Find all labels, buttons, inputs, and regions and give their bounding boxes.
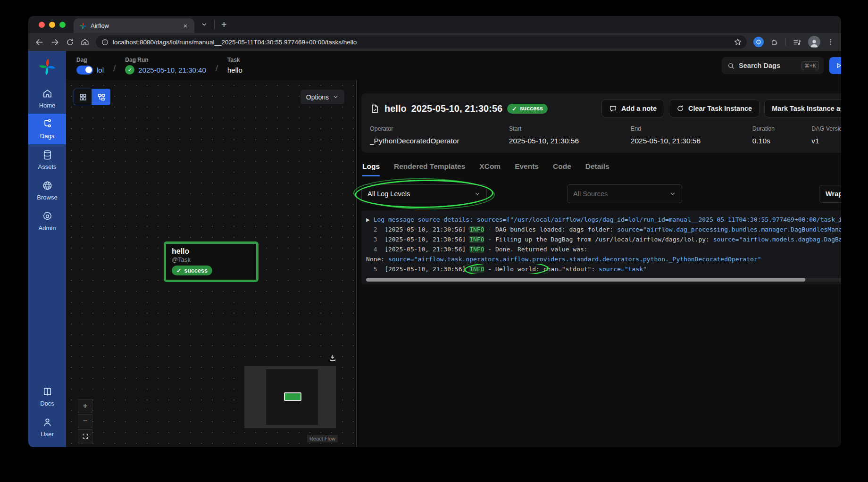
search-dags-input[interactable]: Search Dags ⌘+K — [722, 57, 824, 74]
scrollbar-thumb[interactable] — [366, 278, 805, 282]
tab-list-chevron-icon[interactable] — [201, 21, 208, 28]
add-note-button[interactable]: Add a note — [601, 100, 664, 117]
sidebar-item-user[interactable]: User — [28, 412, 66, 442]
log-segment: source="airflow.task.operators.airflow.p… — [388, 256, 761, 263]
url-text: localhost:8080/dags/lol/runs/manual__202… — [113, 39, 729, 46]
extension-badge-icon[interactable] — [753, 37, 764, 47]
sidebar-item-home[interactable]: Home — [28, 83, 66, 114]
task-node-hello[interactable]: hello @Task ✓success — [164, 241, 259, 282]
tab-rendered-templates[interactable]: Rendered Templates — [394, 162, 465, 176]
meta-operator: Operator_PythonDecoratedOperator — [370, 125, 509, 145]
log-segment: [2025-05-10, 21:30:56] — [384, 246, 469, 253]
browser-tabstrip: Airflow × + — [28, 16, 841, 33]
home-icon[interactable] — [81, 38, 89, 46]
minimap-node — [284, 392, 301, 401]
breadcrumb-bar: Dag lol / Dag Run ✓2025-05-10, 21:30:40 … — [66, 51, 841, 80]
wrap-button[interactable]: Wrap — [819, 185, 841, 203]
close-window-button[interactable] — [39, 22, 45, 28]
breadcrumb-dag-run: Dag Run ✓2025-05-10, 21:30:40 — [125, 57, 206, 75]
extensions-puzzle-icon[interactable] — [770, 38, 779, 46]
log-segment: [2025-05-10, 21:30:56] — [384, 266, 469, 273]
options-label: Options — [306, 93, 329, 101]
dag-link[interactable]: lol — [97, 66, 104, 74]
log-line: 3 [2025-05-10, 21:30:56] INFO - Filling … — [366, 234, 841, 244]
search-icon — [727, 62, 734, 69]
new-tab-button[interactable]: + — [221, 20, 227, 29]
tab-details[interactable]: Details — [585, 162, 609, 176]
dag-run-link[interactable]: 2025-05-10, 21:30:40 — [138, 66, 206, 74]
graph-view-button[interactable] — [92, 89, 110, 105]
url-bar[interactable]: localhost:8080/dags/lol/runs/manual__202… — [96, 35, 747, 49]
graph-options-button[interactable]: Options — [300, 90, 344, 104]
airflow-logo[interactable] — [38, 58, 57, 76]
mark-task-instance-as-button[interactable]: Mark Task Instance as... — [764, 100, 841, 117]
log-source-select[interactable]: All Sources — [567, 184, 682, 203]
window-controls — [39, 22, 66, 28]
log-segment: Log message source details: sources=["/u… — [374, 216, 841, 223]
task-instance-title: hello — [384, 103, 407, 114]
back-icon[interactable] — [35, 38, 44, 47]
task-tabs: LogsRendered TemplatesXComEventsCodeDeta… — [361, 162, 841, 176]
node-status-badge: ✓success — [172, 266, 212, 275]
user-icon — [42, 417, 53, 428]
dag-pause-toggle[interactable] — [76, 66, 93, 75]
clear-task-instance-button[interactable]: Clear Task Instance — [669, 100, 760, 117]
grid-view-button[interactable] — [74, 89, 92, 105]
tab-close-icon[interactable]: × — [181, 22, 190, 30]
graph-minimap[interactable] — [244, 366, 336, 428]
browser-menu-kebab-icon[interactable] — [827, 38, 835, 46]
log-output[interactable]: ▶ Log message source details: sources=["… — [361, 210, 841, 284]
minimize-window-button[interactable] — [49, 22, 55, 28]
task-detail-panel: hello 2025-05-10, 21:30:56 ✓success Add … — [359, 80, 841, 447]
breadcrumb-task: Task hello — [227, 57, 242, 75]
panel-resizer[interactable] — [355, 80, 359, 447]
sidebar-item-admin[interactable]: Admin — [28, 206, 66, 236]
sidebar-item-assets[interactable]: Assets — [28, 144, 66, 175]
sidebar-item-browse[interactable]: Browse — [28, 175, 66, 206]
reload-icon[interactable] — [66, 38, 74, 46]
fit-view-button[interactable] — [78, 429, 92, 443]
toolbar-separator — [785, 38, 786, 46]
meta-start: Start2025-05-10, 21:30:56 — [509, 125, 631, 145]
log-line: 4 [2025-05-10, 21:30:56] INFO - Done. Re… — [366, 244, 841, 254]
tab-title: Airflow — [91, 22, 177, 29]
button-label: Mark Task Instance as... — [772, 105, 841, 112]
log-segment: INFO — [469, 236, 484, 243]
trigger-button[interactable]: Trigger — [829, 57, 841, 74]
sidebar-item-docs[interactable]: Docs — [28, 381, 66, 412]
sidebar-item-label: Home — [39, 102, 56, 109]
dag-run-label: Dag Run — [125, 57, 206, 63]
log-segment: [2025-05-10, 21:30:56] — [384, 226, 469, 233]
log-level-select[interactable]: All Log Levels — [361, 184, 487, 203]
forward-icon[interactable] — [50, 38, 59, 47]
reading-list-icon[interactable] — [793, 38, 801, 47]
tab-events[interactable]: Events — [515, 162, 539, 176]
download-graph-icon[interactable] — [328, 354, 337, 362]
button-label: Add a note — [621, 105, 657, 112]
tab-xcom[interactable]: XCom — [479, 162, 501, 176]
site-info-icon[interactable] — [101, 39, 108, 46]
tab-code[interactable]: Code — [553, 162, 571, 176]
breadcrumb-separator: / — [216, 63, 218, 74]
home-icon — [42, 88, 53, 99]
meta-end: End2025-05-10, 21:30:56 — [631, 125, 752, 145]
profile-avatar[interactable] — [808, 36, 820, 48]
browser-toolbar: localhost:8080/dags/lol/runs/manual__202… — [28, 33, 841, 51]
graph-zoom-controls: + − — [78, 399, 92, 443]
tab-logs[interactable]: Logs — [362, 162, 380, 176]
refresh-icon — [676, 105, 684, 112]
log-segment: source="airflow.dag_processing.bundles.m… — [617, 226, 841, 233]
zoom-out-button[interactable]: − — [78, 414, 92, 428]
log-horizontal-scrollbar — [366, 278, 841, 282]
sidebar-item-dags[interactable]: Dags — [28, 114, 66, 144]
zoom-in-button[interactable]: + — [78, 399, 92, 413]
bookmark-star-icon[interactable] — [734, 38, 742, 46]
dags-icon — [42, 119, 53, 130]
browser-tab-airflow[interactable]: Airflow × — [74, 18, 194, 33]
dag-graph-panel[interactable]: Options hello @Task ✓success + − — [66, 80, 355, 447]
task-value: hello — [227, 65, 242, 75]
maximize-window-button[interactable] — [59, 22, 66, 28]
sidebar-item-label: Dags — [40, 133, 54, 140]
meta-dag-version: DAG Versionv1 — [811, 125, 841, 145]
log-expand-toggle[interactable]: ▶ — [366, 216, 374, 223]
